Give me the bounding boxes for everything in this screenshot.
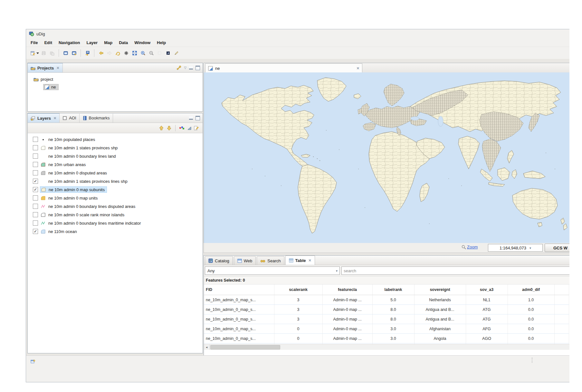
- layer-checkbox[interactable]: [33, 204, 38, 209]
- close-icon[interactable]: ✕: [53, 116, 56, 120]
- menu-layer[interactable]: Layer: [83, 39, 101, 46]
- column-header[interactable]: scalerank: [274, 285, 322, 295]
- close-icon[interactable]: ✕: [357, 66, 359, 70]
- import-icon[interactable]: [83, 49, 92, 57]
- table-row[interactable]: ne_10m_admin_0_map_s...3Admin-0 map ...8…: [204, 305, 569, 314]
- layer-row-3[interactable]: ne 10m urban areas: [28, 160, 203, 169]
- column-header[interactable]: sovereignt: [414, 285, 466, 295]
- show-view-icon[interactable]: [62, 49, 70, 57]
- tree-item-ne[interactable]: ne: [33, 83, 203, 91]
- layer-row-7[interactable]: ne 10m admin 0 map units: [28, 194, 203, 202]
- minimize-icon[interactable]: [189, 66, 193, 70]
- layer-checkbox[interactable]: [33, 195, 38, 201]
- column-header[interactable]: labelrank: [372, 285, 414, 295]
- layer-row-10[interactable]: ne 10m admin 0 boundary lines maritime i…: [28, 219, 203, 227]
- tab-catalog[interactable]: Catalog: [205, 256, 233, 265]
- layer-row-4[interactable]: ne 10m admin 0 disputed areas: [28, 169, 203, 177]
- menu-edit[interactable]: Edit: [41, 39, 55, 46]
- layer-label: ne 10m admin 0 map units: [48, 196, 98, 201]
- search-input[interactable]: [341, 266, 569, 275]
- tab-search[interactable]: Search: [257, 256, 284, 265]
- column-header[interactable]: sov_a3: [466, 285, 508, 295]
- zoom-link[interactable]: Zoom: [462, 245, 478, 249]
- projection-button[interactable]: GCS W: [545, 244, 569, 252]
- scale-combo[interactable]: 1:164,948,073 ▾: [488, 244, 543, 252]
- layer-checkbox[interactable]: [33, 145, 38, 150]
- fast-view-icon[interactable]: [31, 359, 36, 364]
- layer-row-1[interactable]: ne 10m admin 1 states provinces shp: [28, 144, 203, 152]
- tab-table[interactable]: Table ✕: [285, 256, 315, 265]
- layer-row-5[interactable]: ✓ne 10m admin 1 states provinces lines s…: [28, 177, 203, 185]
- save-all-icon[interactable]: [48, 49, 56, 57]
- layer-checkbox[interactable]: ✓: [33, 179, 38, 184]
- style-glasses-icon[interactable]: [179, 126, 185, 131]
- column-header[interactable]: featurecla: [322, 285, 372, 295]
- minimize-icon[interactable]: [189, 116, 193, 120]
- layer-checkbox[interactable]: [33, 137, 38, 142]
- tab-projects[interactable]: Projects ✕: [28, 63, 63, 72]
- zoom-in-icon[interactable]: [139, 49, 147, 57]
- move-layer-down-icon[interactable]: [166, 125, 172, 131]
- horizontal-scrollbar[interactable]: ◂: [204, 344, 569, 350]
- pencil-icon[interactable]: [172, 49, 181, 57]
- close-icon[interactable]: ✕: [56, 66, 59, 70]
- menu-window[interactable]: Window: [131, 39, 154, 46]
- table-row[interactable]: ne_10m_admin_0_map_s...3Admin-0 map ...8…: [204, 314, 569, 324]
- new-layer-icon[interactable]: [70, 49, 78, 57]
- layer-checkbox[interactable]: [33, 212, 38, 217]
- layer-checkbox[interactable]: ✓: [33, 229, 38, 234]
- new-map-icon[interactable]: [29, 49, 37, 57]
- view-menu-icon[interactable]: ▽: [184, 66, 186, 70]
- tab-aoi[interactable]: AOI: [60, 114, 79, 123]
- scrollbar-thumb[interactable]: [210, 345, 280, 350]
- forward-arrow-icon[interactable]: [105, 49, 114, 57]
- maximize-icon[interactable]: [196, 116, 200, 120]
- menu-map[interactable]: Map: [101, 39, 116, 46]
- column-header[interactable]: FID: [204, 285, 274, 295]
- close-icon[interactable]: ✕: [309, 258, 311, 263]
- layer-row-0[interactable]: ne 10m populated places: [28, 135, 203, 144]
- layer-row-9[interactable]: ne 10m admin 0 scale rank minor islands: [28, 210, 203, 219]
- column-header[interactable]: adm0_dif: [508, 285, 554, 295]
- menu-help[interactable]: Help: [154, 39, 169, 46]
- layer-checkbox[interactable]: [33, 170, 38, 175]
- zoom-extent-icon[interactable]: [130, 49, 139, 57]
- navigate-icon[interactable]: [164, 49, 172, 57]
- redo-icon[interactable]: [114, 49, 122, 57]
- wrench-icon[interactable]: [177, 65, 181, 70]
- move-layer-up-icon[interactable]: [158, 125, 164, 131]
- tab-bookmarks[interactable]: Bookmarks: [80, 114, 113, 123]
- column-header[interactable]: [554, 285, 569, 295]
- table-row[interactable]: ne_10m_admin_0_map_s...0Admin-0 map ...3…: [204, 324, 569, 334]
- map-canvas[interactable]: [204, 72, 569, 243]
- zoom-to-layer-icon[interactable]: [187, 126, 192, 131]
- layer-checkbox[interactable]: [33, 220, 38, 226]
- edit-style-icon[interactable]: [194, 126, 199, 131]
- scroll-left-icon[interactable]: ◂: [204, 345, 210, 350]
- menu-data[interactable]: Data: [116, 39, 131, 46]
- maximize-icon[interactable]: [196, 66, 200, 70]
- layer-row-6[interactable]: ✓ne 10m admin 0 map subunits: [28, 185, 203, 194]
- menu-file[interactable]: File: [27, 39, 41, 46]
- commit-icon[interactable]: [122, 49, 130, 57]
- zoom-out-icon[interactable]: [147, 49, 156, 57]
- attribute-filter-combo[interactable]: Any ▾: [205, 266, 340, 275]
- new-dropdown-caret[interactable]: [36, 52, 39, 54]
- save-icon[interactable]: [40, 49, 48, 57]
- layer-row-2[interactable]: ne 10m admin 0 boundary lines land: [28, 152, 203, 160]
- layer-checkbox[interactable]: ✓: [33, 187, 38, 192]
- layer-checkbox[interactable]: [33, 162, 38, 167]
- map-tab-ne[interactable]: ne ✕: [205, 63, 362, 73]
- tab-web[interactable]: Web: [234, 256, 256, 265]
- tree-item-project[interactable]: project: [33, 75, 203, 83]
- layer-checkbox[interactable]: [33, 154, 38, 159]
- table-row[interactable]: ne_10m_admin_0_map_s...3Admin-0 map ...5…: [204, 295, 569, 305]
- tab-layers[interactable]: Layers ✕: [28, 113, 60, 123]
- zoom-box-icon[interactable]: [156, 49, 164, 57]
- layer-row-11[interactable]: ✓ne 110m ocean: [28, 227, 203, 236]
- drag-handle[interactable]: [532, 358, 533, 363]
- layer-row-8[interactable]: ne 10m admin 0 boundary lines disputed a…: [28, 202, 203, 210]
- table-row[interactable]: ne_10m_admin_0_map_s...0Admin-0 map ...3…: [204, 334, 569, 343]
- menu-navigation[interactable]: Navigation: [55, 39, 83, 46]
- back-arrow-icon[interactable]: [97, 49, 105, 57]
